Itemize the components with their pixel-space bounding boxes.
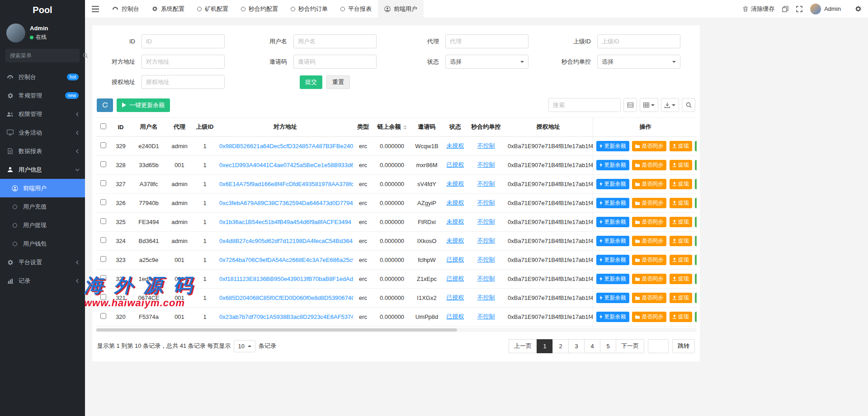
export-button[interactable] — [661, 98, 679, 112]
sidebar-item-user-wallet[interactable]: 用户钱包 — [0, 234, 85, 253]
jump-page-input[interactable] — [648, 339, 669, 353]
sidebar-item-general[interactable]: 常规管理 new — [0, 86, 85, 105]
tab-miner-config[interactable]: 矿机配置 — [191, 0, 235, 18]
control-link[interactable]: 不控制 — [477, 199, 495, 206]
status-link[interactable]: 未授权 — [447, 180, 464, 187]
parent-id-filter-input[interactable] — [597, 34, 680, 48]
prev-page-button[interactable]: 上一页 — [509, 339, 537, 353]
status-filter-select[interactable]: 选择 — [445, 55, 528, 69]
jump-button[interactable]: 跳转 — [672, 339, 695, 353]
row-checkbox[interactable] — [100, 142, 106, 148]
page-button[interactable]: 4 — [584, 339, 600, 353]
sync-button[interactable]: 是否同步 — [632, 312, 666, 322]
sidebar-item-activities[interactable]: 业务活动 — [0, 123, 85, 142]
invite-code-filter-input[interactable] — [293, 55, 377, 69]
address-link[interactable]: 0xc3febA679A89C38C7362594Da646473d0D7794… — [219, 200, 353, 206]
sync-button[interactable]: 是否同步 — [632, 274, 666, 284]
batch-update-balance-button[interactable]: 一键更新余额 — [117, 98, 170, 112]
status-link[interactable]: 已授权 — [447, 313, 464, 320]
page-button[interactable]: 3 — [568, 339, 585, 353]
tab-contract-orders[interactable]: 秒合约订单 — [284, 0, 334, 18]
col-balance-sort[interactable]: 链上余额 — [373, 118, 411, 137]
control-link[interactable]: 不控制 — [477, 313, 495, 320]
refresh-button[interactable] — [97, 98, 113, 112]
edit-button[interactable] — [695, 236, 697, 246]
update-balance-button[interactable]: 更新余额 — [596, 160, 629, 170]
status-link[interactable]: 未授权 — [447, 199, 464, 206]
withdraw-button[interactable]: 提现 — [670, 274, 692, 284]
row-checkbox[interactable] — [100, 180, 106, 186]
sync-button[interactable]: 是否同步 — [632, 236, 666, 246]
control-link[interactable]: 不控制 — [477, 161, 495, 168]
control-link[interactable]: 不控制 — [477, 237, 495, 244]
auth-address-filter-input[interactable] — [142, 75, 225, 89]
edit-button[interactable] — [695, 179, 697, 189]
status-link[interactable]: 未授权 — [447, 237, 464, 244]
sync-button[interactable]: 是否同步 — [632, 198, 666, 208]
page-button[interactable]: 5 — [600, 339, 616, 353]
address-link[interactable]: 0x685D204068C85f0CfED0D060f0e8d8D5390674… — [219, 294, 353, 301]
control-link[interactable]: 不控制 — [477, 218, 495, 225]
agent-filter-input[interactable] — [445, 34, 528, 48]
horizontal-scrollbar[interactable] — [95, 328, 697, 332]
scrollbar-thumb[interactable] — [96, 328, 457, 332]
withdraw-button[interactable]: 提现 — [670, 179, 692, 189]
row-checkbox[interactable] — [100, 313, 106, 319]
sync-button[interactable]: 是否同步 — [632, 293, 666, 303]
row-checkbox[interactable] — [100, 275, 106, 281]
row-checkbox[interactable] — [100, 199, 106, 205]
tab-frontend-users[interactable]: 前端用户 — [378, 0, 424, 18]
fullscreen-icon[interactable] — [796, 6, 802, 12]
withdraw-button[interactable]: 提现 — [670, 312, 692, 322]
edit-button[interactable] — [695, 198, 697, 208]
page-button[interactable]: 2 — [552, 339, 569, 353]
status-link[interactable]: 未授权 — [447, 142, 464, 149]
address-link[interactable]: 0x4d8B27c4c905d62df7d12198DA4fecaC54Bd36… — [219, 238, 353, 244]
withdraw-button[interactable]: 提现 — [670, 198, 692, 208]
row-checkbox[interactable] — [100, 161, 106, 167]
tab-contract-config[interactable]: 秒合约配置 — [235, 0, 284, 18]
address-link[interactable]: 0x6E14A75f9ad166e8f4FcDfdE493581978AA378… — [219, 181, 353, 187]
sidebar-item-permissions[interactable]: 权限管理 — [0, 105, 85, 123]
edit-button[interactable] — [695, 160, 697, 170]
control-link[interactable]: 不控制 — [477, 256, 495, 263]
reset-button[interactable]: 重置 — [326, 75, 350, 89]
withdraw-button[interactable]: 提现 — [670, 160, 692, 170]
tab-platform-reports[interactable]: 平台报表 — [334, 0, 378, 18]
sidebar-item-user-info[interactable]: 用户信息 — [0, 160, 85, 179]
columns-button[interactable] — [640, 98, 658, 112]
sidebar-item-platform-settings[interactable]: 平台设置 — [0, 253, 85, 271]
status-link[interactable]: 已授权 — [447, 256, 464, 263]
sync-button[interactable]: 是否同步 — [632, 179, 666, 189]
update-balance-button[interactable]: 更新余额 — [596, 198, 629, 208]
control-link[interactable]: 不控制 — [477, 294, 495, 301]
sidebar-search[interactable] — [5, 49, 80, 62]
status-link[interactable]: 已授权 — [447, 294, 464, 301]
edit-button[interactable] — [695, 312, 697, 322]
status-link[interactable]: 未授权 — [447, 218, 464, 225]
next-page-button[interactable]: 下一页 — [616, 339, 644, 353]
per-page-select[interactable]: 10 — [234, 340, 255, 352]
row-checkbox[interactable] — [100, 294, 106, 300]
address-link[interactable]: 0xf1811123E8136BB950e439013fB70baB8F1edA… — [219, 276, 353, 282]
address-link[interactable]: 0xec1D993A40441C4ae07425a5BeCe1e58B933d6… — [219, 162, 353, 168]
update-balance-button[interactable]: 更新余额 — [596, 255, 629, 265]
edit-button[interactable] — [695, 293, 697, 303]
user-menu[interactable]: Admin — [810, 4, 841, 14]
clear-cache-button[interactable]: 清除缓存 — [743, 5, 774, 13]
status-link[interactable]: 已授权 — [447, 161, 464, 168]
sync-button[interactable]: 是否同步 — [632, 217, 666, 227]
control-link[interactable]: 不控制 — [477, 142, 495, 149]
sidebar-item-reports[interactable]: 数据报表 — [0, 142, 85, 160]
address-link[interactable]: 0x23ab7b7df709c1A5938B3ac8D2923c4E6AF537… — [219, 313, 353, 320]
select-all-checkbox[interactable] — [100, 123, 106, 129]
address-filter-input[interactable] — [142, 55, 225, 69]
tab-dashboard[interactable]: 控制台 — [106, 0, 146, 18]
row-checkbox[interactable] — [100, 218, 106, 224]
edit-button[interactable] — [695, 141, 697, 151]
address-link[interactable]: 0x1b36ac1B54ec51b4fB49a454d6f9a8fACFE349… — [219, 219, 351, 225]
control-filter-select[interactable]: 选择 — [597, 55, 680, 69]
sidebar-item-records[interactable]: 记录 — [0, 271, 85, 290]
refresh-tab-icon[interactable] — [782, 6, 788, 12]
update-balance-button[interactable]: 更新余额 — [596, 141, 629, 151]
